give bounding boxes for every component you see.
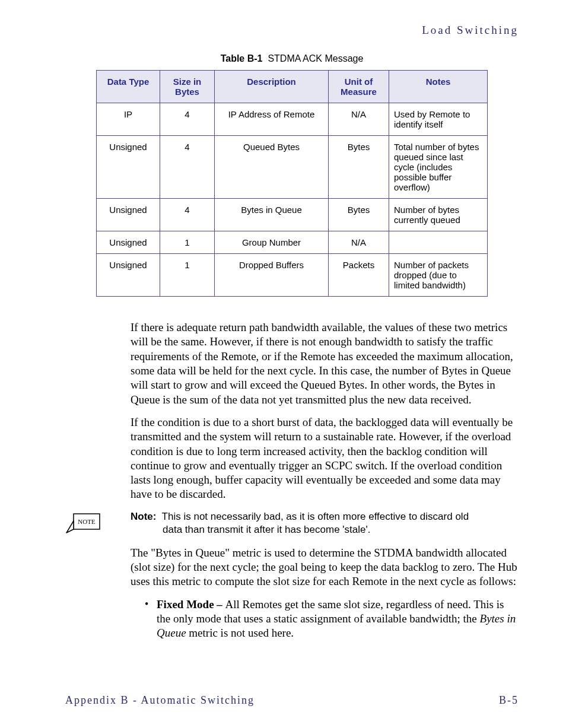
cell-notes: Used by Remote to identify itself xyxy=(389,103,488,136)
cell-type: Unsigned xyxy=(97,136,160,199)
cell-desc: IP Address of Remote xyxy=(215,103,329,136)
cell-notes: Number of packets dropped (due to limite… xyxy=(389,254,488,297)
note-label: Note: xyxy=(131,511,156,522)
cell-desc: Group Number xyxy=(215,231,329,254)
cell-unit: N/A xyxy=(329,103,389,136)
cell-size: 4 xyxy=(160,199,215,231)
table-caption-title: STDMA ACK Message xyxy=(268,53,363,63)
cell-unit: Packets xyxy=(329,254,389,297)
cell-desc: Queued Bytes xyxy=(215,136,329,199)
col-description: Description xyxy=(215,71,329,103)
cell-desc: Bytes in Queue xyxy=(215,199,329,231)
table-row: Unsigned 1 Dropped Buffers Packets Numbe… xyxy=(97,254,488,297)
paragraph-3: The "Bytes in Queue" metric is used to d… xyxy=(131,546,519,589)
note-text: Note: This is not necessarily bad, as it… xyxy=(131,510,519,536)
cell-unit: Bytes xyxy=(329,199,389,231)
bullet-body2: metric is not used here. xyxy=(186,627,294,639)
table-row: Unsigned 4 Bytes in Queue Bytes Number o… xyxy=(97,199,488,231)
cell-unit: Bytes xyxy=(329,136,389,199)
paragraph-1: If there is adequate return path bandwid… xyxy=(131,320,519,407)
cell-notes: Number of bytes currently queued xyxy=(389,199,488,231)
note-line1: This is not necessarily bad, as it is of… xyxy=(162,511,469,522)
cell-type: Unsigned xyxy=(97,231,160,254)
cell-size: 4 xyxy=(160,136,215,199)
table-row: Unsigned 1 Group Number N/A xyxy=(97,231,488,254)
table-caption-label: Table B-1 xyxy=(221,53,263,63)
note-line2: data than transmit it after it has becom… xyxy=(131,523,519,536)
cell-size: 1 xyxy=(160,254,215,297)
cell-size: 1 xyxy=(160,231,215,254)
table-caption: Table B-1 STDMA ACK Message xyxy=(65,53,519,64)
footer-right: B-5 xyxy=(499,694,519,707)
cell-desc: Dropped Buffers xyxy=(215,254,329,297)
cell-size: 4 xyxy=(160,103,215,136)
table-row: Unsigned 4 Queued Bytes Bytes Total numb… xyxy=(97,136,488,199)
bullet-fixed-mode: Fixed Mode – All Remotes get the same sl… xyxy=(157,597,519,641)
running-header: Load Switching xyxy=(65,24,519,37)
note-icon: NOTE xyxy=(65,513,101,538)
cell-unit: N/A xyxy=(329,231,389,254)
cell-type: Unsigned xyxy=(97,199,160,231)
table-header-row: Data Type Size in Bytes Description Unit… xyxy=(97,71,488,103)
paragraph-2: If the condition is due to a short burst… xyxy=(131,415,519,502)
bullet-lead: Fixed Mode – xyxy=(157,598,225,611)
cell-notes xyxy=(389,231,488,254)
cell-type: Unsigned xyxy=(97,254,160,297)
col-notes: Notes xyxy=(389,71,488,103)
table-row: IP 4 IP Address of Remote N/A Used by Re… xyxy=(97,103,488,136)
col-size: Size in Bytes xyxy=(160,71,215,103)
note-icon-label: NOTE xyxy=(78,518,96,525)
page-footer: Appendix B - Automatic Switching B-5 xyxy=(65,694,519,707)
cell-notes: Total number of bytes queued since last … xyxy=(389,136,488,199)
col-data-type: Data Type xyxy=(97,71,160,103)
cell-type: IP xyxy=(97,103,160,136)
col-unit: Unit of Measure xyxy=(329,71,389,103)
stdma-ack-table: Data Type Size in Bytes Description Unit… xyxy=(96,70,488,297)
footer-left: Appendix B - Automatic Switching xyxy=(65,694,255,707)
